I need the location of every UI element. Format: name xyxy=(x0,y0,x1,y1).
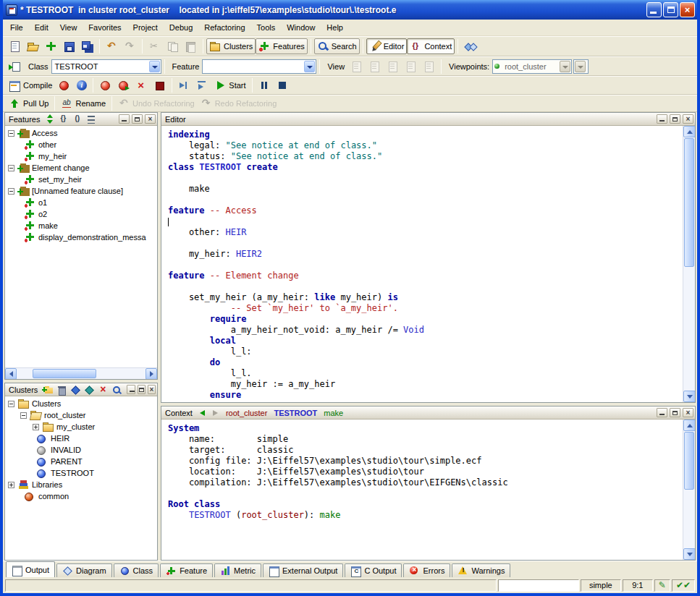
feature-item-access[interactable]: Access xyxy=(5,127,157,139)
context-panel-maximize-button[interactable] xyxy=(670,408,680,417)
compile-button[interactable]: Compile xyxy=(6,77,55,93)
open-button[interactable] xyxy=(24,38,42,54)
add-button[interactable] xyxy=(42,38,60,54)
maximize-button[interactable] xyxy=(663,2,678,17)
viewpoints-combobox[interactable]: root_cluster xyxy=(492,59,572,74)
cluster-item-parent[interactable]: PARENT xyxy=(5,456,157,467)
feature-clauses-button[interactable] xyxy=(85,114,98,124)
pause-button[interactable] xyxy=(256,77,274,93)
cluster-item-heir[interactable]: HEIR xyxy=(5,433,157,444)
title-bar[interactable]: * TESTROOT in cluster root_cluster locat… xyxy=(3,0,697,20)
scroll-right-button[interactable] xyxy=(146,368,157,380)
context-panel-minimize-button[interactable] xyxy=(657,408,667,417)
scrollbar-track[interactable] xyxy=(17,368,146,379)
collapse-box[interactable] xyxy=(20,412,27,419)
clusters-panel-close-button[interactable]: × xyxy=(148,385,156,394)
scrollbar-thumb[interactable] xyxy=(684,432,694,490)
context-crumb-testroot[interactable]: TESTROOT xyxy=(274,409,317,417)
delete-cluster-button[interactable] xyxy=(56,384,68,395)
menu-refactoring[interactable]: Refactoring xyxy=(198,21,250,34)
menu-project[interactable]: Project xyxy=(127,21,164,34)
dropdown-arrow-icon[interactable] xyxy=(149,61,160,72)
scroll-up-button[interactable] xyxy=(683,420,696,431)
menu-tools[interactable]: Tools xyxy=(251,21,282,34)
save-all-button[interactable] xyxy=(78,38,96,54)
dropdown-arrow-icon[interactable] xyxy=(575,61,586,72)
remove-item-button[interactable] xyxy=(97,384,109,395)
cluster-item-clusters[interactable]: Clusters xyxy=(5,398,157,409)
start-button[interactable]: Start xyxy=(211,77,248,93)
rename-button[interactable]: Rename xyxy=(58,95,109,111)
cluster-item-common[interactable]: common xyxy=(5,490,157,502)
editor-text-area[interactable]: indexing legal: "See notice at end of cl… xyxy=(161,126,683,402)
context-panel-close-button[interactable]: × xyxy=(683,408,693,417)
search-toggle-button[interactable]: Search xyxy=(314,38,360,54)
cut-button[interactable] xyxy=(146,38,164,54)
tab-feature[interactable]: Feature xyxy=(160,563,213,577)
tab-errors[interactable]: Errors xyxy=(403,563,450,577)
features-panel-close-button[interactable]: × xyxy=(145,114,156,124)
clusters-panel-minimize-button[interactable] xyxy=(127,385,135,394)
collapse-box[interactable] xyxy=(8,130,14,137)
cancel-compile-button[interactable] xyxy=(132,77,151,93)
editor-panel-maximize-button[interactable] xyxy=(670,114,680,124)
find-cluster-button[interactable] xyxy=(111,384,123,395)
scroll-down-button[interactable] xyxy=(683,391,696,402)
context-crumb-root_cluster[interactable]: root_cluster xyxy=(226,409,267,417)
scrollbar-track[interactable] xyxy=(683,137,695,391)
features-panel-minimize-button[interactable] xyxy=(119,114,130,124)
context-text-area[interactable]: System name: simple target: classic conf… xyxy=(161,420,683,560)
diamond-tool-2-button[interactable] xyxy=(83,384,96,395)
close-button[interactable]: × xyxy=(680,2,695,17)
clusters-toggle-button[interactable]: Clusters xyxy=(206,38,256,54)
clusters-panel-maximize-button[interactable] xyxy=(138,385,146,394)
save-button[interactable] xyxy=(60,38,78,54)
scroll-up-button[interactable] xyxy=(683,126,696,137)
diamond-tool-button[interactable] xyxy=(69,384,82,395)
context-toggle-button[interactable]: Context xyxy=(407,38,455,54)
history-forward-button[interactable] xyxy=(210,408,222,418)
tab-c-output[interactable]: C Output xyxy=(345,563,402,577)
cluster-item-testroot[interactable]: TESTROOT xyxy=(5,467,157,479)
step-over-button[interactable] xyxy=(193,77,211,93)
undo-button[interactable] xyxy=(103,38,121,54)
feature-item-o2[interactable]: o2 xyxy=(5,208,157,220)
info-button[interactable]: i xyxy=(73,77,90,93)
clickable-view-button[interactable] xyxy=(366,59,384,74)
cluster-item-libraries[interactable]: Libraries xyxy=(5,479,157,490)
tab-external-output[interactable]: External Output xyxy=(263,563,343,577)
tab-class[interactable]: Class xyxy=(114,563,159,577)
viewpoint-extra-combobox[interactable] xyxy=(573,59,589,74)
class-combobox[interactable]: TESTROOT xyxy=(51,59,161,74)
flat-view-button[interactable] xyxy=(384,59,402,74)
redo-refactoring-button[interactable]: Redo Refactoring xyxy=(198,95,280,111)
context-vertical-scrollbar[interactable] xyxy=(683,420,695,560)
scroll-left-button[interactable] xyxy=(5,368,17,380)
collapse-box[interactable] xyxy=(8,188,14,195)
editor-panel-minimize-button[interactable] xyxy=(657,114,667,124)
tab-warnings[interactable]: Warnings xyxy=(452,563,510,577)
expand-box[interactable] xyxy=(33,424,39,430)
editor-panel-close-button[interactable]: × xyxy=(683,114,693,124)
clusters-tree[interactable]: Clustersroot_clustermy_clusterHEIRINVALI… xyxy=(5,396,157,560)
feature-item-display-demonstration-messa[interactable]: display_demonstration_messa xyxy=(5,231,157,243)
sort-features-button[interactable] xyxy=(44,114,56,124)
cluster-item-root-cluster[interactable]: root_cluster xyxy=(5,409,157,421)
class-tool-button[interactable] xyxy=(6,59,24,74)
undo-refactoring-button[interactable]: Undo Refactoring xyxy=(115,95,198,111)
history-back-button[interactable] xyxy=(197,408,208,418)
menu-file[interactable]: File xyxy=(4,21,29,34)
dropdown-arrow-icon[interactable] xyxy=(560,61,570,72)
feature-item-my-heir[interactable]: my_heir xyxy=(5,150,157,162)
features-panel-maximize-button[interactable] xyxy=(132,114,143,124)
menu-help[interactable]: Help xyxy=(321,21,349,34)
tab-metric[interactable]: Metric xyxy=(214,563,261,577)
features-toggle-button[interactable]: Features xyxy=(256,38,307,54)
menu-favorites[interactable]: Favorites xyxy=(83,21,127,34)
freeze-button[interactable] xyxy=(96,77,114,93)
redo-button[interactable] xyxy=(121,38,139,54)
contract-view-button[interactable] xyxy=(402,59,420,74)
terminate-button[interactable] xyxy=(151,77,169,93)
menu-edit[interactable]: Edit xyxy=(29,21,54,34)
diagram-tool-button[interactable] xyxy=(461,38,479,54)
